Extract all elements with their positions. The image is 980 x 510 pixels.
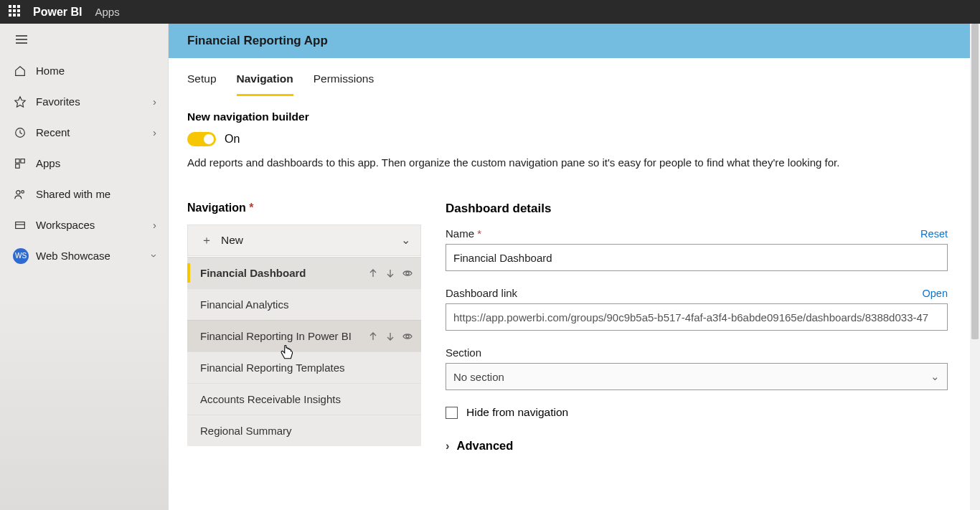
sidebar-item-label: Home [36, 65, 65, 77]
name-input[interactable] [446, 244, 948, 271]
sidebar: Home Favorites › Recent › Apps Shared wi… [0, 24, 169, 510]
sidebar-item-recent[interactable]: Recent › [0, 117, 168, 148]
sidebar-item-label: Recent [36, 126, 70, 138]
builder-description: Add reports and dashboards to this app. … [187, 156, 961, 169]
svg-point-7 [17, 190, 20, 194]
scrollbar-thumb[interactable] [971, 24, 979, 339]
svg-point-11 [406, 272, 409, 275]
arrow-down-icon[interactable] [385, 331, 395, 341]
page-title: Financial Reporting App [169, 24, 980, 58]
tab-bar: Setup Navigation Permissions [169, 64, 980, 96]
brand-label: Power BI [33, 6, 82, 19]
arrow-up-icon[interactable] [368, 331, 378, 341]
section-label: Section [446, 346, 481, 359]
section-select[interactable]: No section ⌄ [446, 363, 948, 390]
chevron-right-icon: › [153, 126, 156, 138]
svg-rect-5 [21, 159, 24, 162]
nav-item-label: Accounts Receivable Insights [200, 393, 341, 405]
builder-title: New navigation builder [187, 110, 961, 123]
nav-item-label: Financial Reporting In Power BI [200, 330, 352, 342]
eye-icon[interactable] [402, 268, 413, 278]
tab-navigation[interactable]: Navigation [237, 64, 293, 96]
sidebar-item-label: Workspaces [36, 219, 95, 231]
nav-item[interactable]: Financial Dashboard [187, 257, 421, 288]
arrow-up-icon[interactable] [368, 268, 378, 278]
nav-item-label: Financial Dashboard [200, 267, 306, 279]
svg-rect-6 [16, 164, 19, 167]
advanced-label: Advanced [457, 439, 514, 453]
shared-icon [13, 188, 27, 201]
nav-item-label: Financial Reporting Templates [200, 362, 345, 374]
clock-icon [13, 126, 27, 139]
chevron-down-icon: ⌄ [930, 370, 940, 383]
tab-permissions[interactable]: Permissions [314, 64, 374, 96]
sidebar-item-apps[interactable]: Apps [0, 148, 168, 179]
name-label: Name * [446, 227, 481, 240]
workspaces-icon [13, 219, 27, 232]
chevron-right-icon: › [153, 219, 156, 231]
sidebar-item-favorites[interactable]: Favorites › [0, 86, 168, 117]
apps-icon [13, 157, 27, 170]
sidebar-item-label: Favorites [36, 95, 80, 108]
nav-item-label: Financial Analytics [200, 298, 288, 311]
home-icon [13, 65, 27, 77]
sidebar-item-label: Web Showcase [36, 250, 110, 262]
top-bar: Power BI Apps [0, 0, 980, 24]
new-nav-item-button[interactable]: ＋ New ⌄ [187, 225, 421, 256]
app-launcher-icon[interactable] [9, 5, 23, 19]
svg-rect-4 [16, 159, 19, 162]
breadcrumb[interactable]: Apps [95, 6, 119, 18]
sidebar-item-label: Apps [36, 157, 60, 169]
sidebar-item-home[interactable]: Home [0, 55, 168, 86]
nav-item[interactable]: Financial Reporting Templates [187, 351, 421, 383]
open-link[interactable]: Open [923, 288, 948, 299]
details-heading: Dashboard details [446, 202, 948, 216]
builder-toggle[interactable] [187, 132, 216, 146]
svg-point-12 [406, 335, 409, 338]
star-icon [13, 95, 27, 108]
svg-point-8 [22, 190, 24, 193]
hide-label: Hide from navigation [466, 406, 568, 419]
navigation-list: Financial Dashboard Financial Analytics … [187, 257, 421, 446]
plus-icon: ＋ [201, 233, 212, 248]
sidebar-item-shared[interactable]: Shared with me [0, 179, 168, 209]
tab-setup[interactable]: Setup [187, 64, 217, 96]
chevron-right-icon: › [446, 439, 450, 453]
nav-item[interactable]: Regional Summary [187, 415, 421, 446]
arrow-down-icon[interactable] [385, 268, 395, 278]
chevron-right-icon: › [153, 95, 156, 108]
workspace-badge: WS [13, 248, 29, 264]
hamburger-button[interactable] [0, 24, 168, 55]
link-input[interactable] [446, 303, 948, 331]
sidebar-item-current-workspace[interactable]: WS Web Showcase › [0, 240, 168, 271]
nav-item-label: Regional Summary [200, 425, 292, 437]
chevron-down-icon: ⌄ [401, 234, 410, 247]
main-panel: Financial Reporting App Setup Navigation… [169, 24, 980, 510]
sidebar-item-workspaces[interactable]: Workspaces › [0, 209, 168, 240]
advanced-expander[interactable]: › Advanced [446, 439, 948, 453]
nav-item[interactable]: Financial Reporting In Power BI [187, 320, 421, 351]
svg-rect-9 [16, 222, 25, 228]
nav-item[interactable]: Financial Analytics [187, 288, 421, 320]
scrollbar[interactable] [970, 24, 980, 510]
builder-toggle-label: On [225, 133, 240, 146]
hide-checkbox[interactable] [446, 407, 458, 419]
section-value: No section [453, 371, 504, 383]
reset-link[interactable]: Reset [920, 228, 948, 240]
eye-icon[interactable] [402, 331, 413, 341]
chevron-down-icon: › [149, 254, 161, 258]
navigation-heading: Navigation * [187, 202, 421, 214]
link-label: Dashboard link [446, 287, 517, 299]
sidebar-item-label: Shared with me [36, 188, 110, 200]
nav-item[interactable]: Accounts Receivable Insights [187, 383, 421, 415]
new-button-label: New [221, 234, 243, 247]
